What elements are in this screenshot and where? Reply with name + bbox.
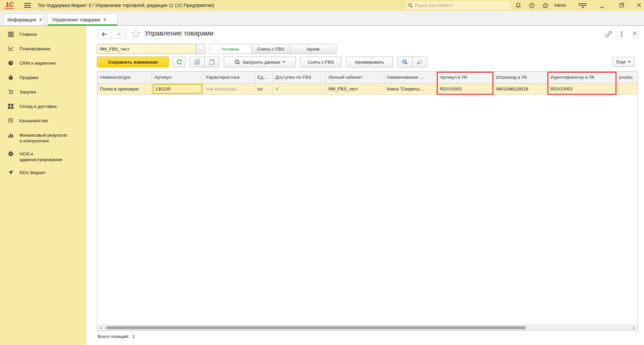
horizontal-scrollbar[interactable] <box>97 325 638 330</box>
col-product[interactable]: produc <box>616 72 638 83</box>
sidebar-item-zakupki[interactable]: Закупки <box>7 89 86 96</box>
sidebar-item-label: НСИ и администрирование <box>19 151 70 162</box>
check-all-button[interactable] <box>190 57 205 67</box>
favorite-star-icon[interactable] <box>131 29 141 40</box>
user-name[interactable]: Admin <box>554 3 566 8</box>
tab-close-icon[interactable] <box>39 18 42 21</box>
tab-close-icon[interactable] <box>103 18 106 21</box>
view-tab-arhiv[interactable]: Архив <box>290 44 336 54</box>
history-nav-group <box>97 29 126 39</box>
find-button[interactable] <box>397 57 413 67</box>
cell-nomenklatura[interactable]: Полка в прихожую <box>97 83 152 94</box>
cell-harakteristika[interactable]: <не используе… <box>203 83 255 94</box>
col-shtrihkod-v-lk[interactable]: Штрихкод в ЛК <box>493 72 548 83</box>
tab-label: Информация <box>7 17 36 22</box>
main-menu-icon[interactable] <box>24 3 31 9</box>
col-identifikator-v-lk[interactable]: Идентификатор в ЛК <box>548 72 616 83</box>
col-harakteristika[interactable]: Характеристика <box>203 72 255 83</box>
sidebar-item-finrezultat[interactable]: Финансовый результат и контроллинг <box>7 132 86 144</box>
favorites-star-icon[interactable] <box>542 2 549 10</box>
col-artikul-v-lk[interactable]: Артикул в ЛК <box>437 72 493 83</box>
application-window: 1С Тех поддержка Маркет 3 / Управление т… <box>0 0 644 345</box>
products-table: Номенклатура Артикул Характеристика Ед… … <box>97 71 638 331</box>
sidebar-item-crm[interactable]: CRM и маркетинг <box>7 60 86 67</box>
pie-chart-icon <box>7 60 14 66</box>
sidebar-item-prodazhi[interactable]: Продажи <box>7 74 86 82</box>
sidebar-item-kaznacheystvo[interactable]: Казначейство <box>7 118 86 125</box>
sidebar-item-sklad[interactable]: Склад и доставка <box>7 103 86 111</box>
col-naimenovanie[interactable]: Наименование … <box>384 72 437 83</box>
cabinet-filter-input[interactable]: ЯМ_FBS_тест <box>97 44 197 54</box>
scroll-left-arrow-icon[interactable] <box>100 327 102 329</box>
total-positions-label: Всего позиций: <box>98 334 129 339</box>
focused-cell-editor[interactable]: 130139 <box>153 84 202 94</box>
active-tab-underline <box>48 24 117 25</box>
history-icon[interactable] <box>529 2 535 10</box>
scroll-right-arrow-icon[interactable] <box>633 327 635 329</box>
cancel-search-button[interactable] <box>412 57 427 67</box>
close-form-icon[interactable] <box>632 31 637 37</box>
page-title: Управление товарами <box>145 29 214 37</box>
sidebar-item-nsi-admin[interactable]: НСИ и администрирование <box>7 151 86 162</box>
view-tab-aktivny[interactable]: Активны <box>210 44 252 54</box>
tab-informaciya[interactable]: Информация <box>3 13 44 25</box>
menu-lines-icon <box>7 31 14 37</box>
global-search[interactable] <box>406 1 511 10</box>
col-dostupen-po-fbs[interactable]: Доступен по FBS <box>272 72 325 83</box>
chevron-down-icon <box>282 61 285 63</box>
save-changes-button[interactable]: Сохранить изменения <box>97 57 169 67</box>
tab-upravlenie-tovarami[interactable]: Управление товарами <box>48 13 117 25</box>
load-data-label: Загрузить данные <box>243 60 280 65</box>
back-button[interactable] <box>97 30 111 39</box>
sidebar-item-rdv-market[interactable]: RDV Маркет <box>7 169 86 177</box>
sidebar-item-planirovanie[interactable]: Планирование <box>7 46 86 53</box>
notifications-bell-icon[interactable] <box>515 2 521 10</box>
minimize-window-icon[interactable] <box>600 3 604 9</box>
forward-button[interactable] <box>111 30 126 39</box>
warehouse-grid-icon <box>7 103 14 109</box>
col-lichnyy-kabinet[interactable]: Личный кабинет <box>325 72 384 83</box>
cell-edinica[interactable]: шт <box>255 83 272 94</box>
cell-product[interactable] <box>616 83 638 94</box>
sidebar-item-glavnoe[interactable]: Главное <box>7 31 86 39</box>
cell-naimenovanie[interactable]: Книга "Секреты… <box>384 83 437 94</box>
remove-from-fbs-button[interactable]: Снять с FBS <box>300 57 341 67</box>
filter-choose-button[interactable]: ... <box>196 44 205 54</box>
document-tab-bar: Информация Управление товарами <box>0 11 644 26</box>
uncheck-all-button[interactable] <box>204 57 219 67</box>
close-window-icon[interactable] <box>637 3 641 9</box>
cell-artikul[interactable]: 130139 <box>152 83 203 94</box>
tab-label: Управление товарами <box>52 17 100 22</box>
col-artikul[interactable]: Артикул <box>152 72 203 83</box>
view-filter-tabs: Активны Сняты с FBS Архив <box>210 44 336 54</box>
get-link-icon[interactable] <box>605 31 612 39</box>
col-nomenklatura[interactable]: Номенклатура <box>97 72 152 83</box>
search-icon <box>408 3 413 8</box>
functions-menu-icon[interactable] <box>579 2 587 10</box>
main-content: Управление товарами ЯМ_FBS_тест ... Акти… <box>86 26 644 345</box>
load-data-button[interactable]: Загрузить данные <box>224 57 296 67</box>
view-tab-snyaty-s-fbs[interactable]: Сняты с FBS <box>251 44 290 54</box>
load-data-icon <box>234 59 240 65</box>
cell-artikul-v-lk[interactable]: RDV10002 <box>437 83 493 94</box>
bar-chart-icon <box>7 132 14 138</box>
archive-button[interactable]: Архивировать <box>346 57 393 67</box>
cell-shtrihkod-v-lk[interactable]: 4601546118516 <box>493 83 548 94</box>
sidebar-item-label: Продажи <box>19 74 70 80</box>
restore-window-icon[interactable] <box>619 3 624 9</box>
cell-identifikator-v-lk[interactable]: RDV10002 <box>548 83 616 94</box>
search-input[interactable] <box>415 3 509 8</box>
coins-icon <box>7 118 14 124</box>
more-actions-button[interactable]: Еще <box>612 57 635 67</box>
more-menu-kebab-icon[interactable] <box>621 31 623 39</box>
mark-buttons-group <box>190 57 219 67</box>
table-header-row: Номенклатура Артикул Характеристика Ед… … <box>97 72 638 83</box>
table-row[interactable]: Полка в прихожую 130139 <не используе… ш… <box>97 83 638 94</box>
sidebar-item-label: Склад и доставка <box>19 103 70 109</box>
col-edinica[interactable]: Ед… <box>255 72 272 83</box>
1c-logo-icon[interactable]: 1С <box>5 1 14 9</box>
refresh-button[interactable] <box>173 57 185 67</box>
cell-fbs-checkmark[interactable]: ✓ <box>272 83 325 94</box>
scrollbar-thumb[interactable] <box>106 326 526 329</box>
cell-lichnyy-kabinet[interactable]: ЯМ_FBS_тест <box>325 83 384 94</box>
